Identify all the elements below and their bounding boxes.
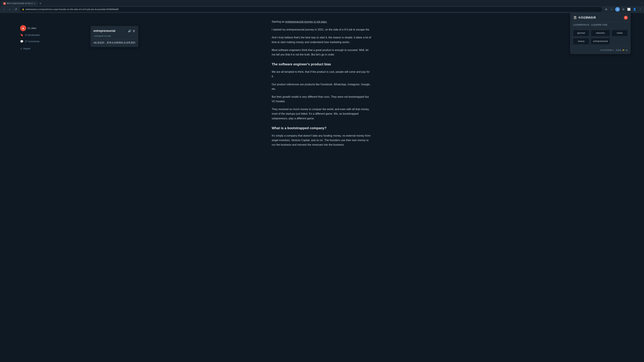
tooltip-word: entrepreneurial	[94, 28, 116, 33]
browser-chrome: IH Micro SaaS founder on the si ✕ + ⋮ ‹ …	[0, 0, 644, 13]
tooltip-divider	[94, 39, 135, 39]
delete-word-button[interactable]: 🗑	[133, 29, 135, 33]
extensions-button[interactable]: ⧉	[621, 7, 626, 12]
new-tab-button[interactable]: +	[38, 1, 42, 5]
bookmark-icon: 🔖	[20, 33, 24, 37]
vocab-header: 📓 今日记录的生词 5	[570, 13, 630, 22]
paragraph-4: Most software engineers think that a gre…	[272, 48, 372, 57]
vocab-footer: 今日记录目标 6，去设定 ✨ ⚙	[570, 46, 630, 54]
vocab-word-entrepreneurial[interactable]: entrepreneurial	[591, 38, 610, 44]
like-count: 31 Likes	[28, 26, 36, 30]
paragraph-2: I started my entrepreneurial journey in …	[272, 27, 372, 32]
vocab-title: 今日记录的生词	[578, 15, 596, 19]
vocab-word-choke[interactable]: choke	[612, 30, 628, 36]
vocab-settings-button[interactable]: ⚙	[626, 48, 628, 52]
vocab-word-snazzy[interactable]: snazzy	[573, 38, 589, 44]
tab-close-button[interactable]: ✕	[34, 2, 36, 5]
vocab-panel: 📓 今日记录的生词 5 点击查看所有生词，以及使用复习功能 ignorant r…	[570, 13, 630, 54]
comments-button[interactable]: 💬 27 Comments	[20, 39, 40, 44]
vocab-footer-text: 今日记录目标 6，去设定 ✨	[600, 49, 624, 52]
vocab-count: 5	[624, 16, 628, 19]
paragraph-7: But their growth model is very different…	[272, 94, 372, 104]
bookmarks-label: 11 Bookmarks	[25, 33, 40, 37]
report-button[interactable]: ⚠ Report	[20, 47, 30, 50]
vocab-title-area: 📓 今日记录的生词	[573, 15, 596, 20]
tooltip-phonetic: /ˌɒntrəprəˈnɜːrɪəl/	[94, 34, 135, 38]
browser-actions: ⊕ ☆ S ⧉ ⬜ 👤 ⋮	[604, 7, 643, 12]
paragraph-9: It's simply a company that doesn't take …	[272, 133, 372, 147]
left-sidebar: ▲ 31 Likes 🔖 11 Bookmarks 💬 27 Comments …	[20, 25, 40, 50]
entrepreneurial-journey-link[interactable]: entrepreneurial journey is not easy.	[286, 20, 327, 23]
vocab-word-ignorant[interactable]: ignorant	[573, 30, 589, 36]
bookmarks-button[interactable]: 🔖 11 Bookmarks	[20, 32, 40, 37]
sidebar-toggle-button[interactable]: ⬜	[626, 7, 631, 12]
sound-button[interactable]: 🔊	[128, 29, 131, 33]
report-label: Report	[23, 47, 30, 50]
tooltip-header: entrepreneurial 🔊 🗑	[94, 28, 135, 33]
forward-button[interactable]: ›	[8, 7, 12, 12]
vocab-all-words-link[interactable]: 点击查看所有生词，以及使用复习功能	[570, 22, 630, 28]
heading-software-engineer: The software engineer's product bias	[272, 61, 372, 67]
bookmark-star-button[interactable]: ☆	[610, 7, 614, 12]
active-tab[interactable]: IH Micro SaaS founder on the si ✕	[1, 1, 38, 6]
comment-icon: 💬	[20, 40, 24, 43]
comments-label: 27 Comments	[25, 39, 40, 43]
tooltip-definition: adj.创业的，具有企业精神的;企业性质的	[94, 41, 135, 44]
like-icon: ▲	[20, 25, 26, 31]
vocab-link-text[interactable]: 点击查看所有生词，以及使用复习功能	[573, 24, 607, 26]
translate-button[interactable]: ⊕	[604, 7, 608, 12]
main-content: Starting an entrepreneurial journey is n…	[272, 19, 372, 150]
word-tooltip: entrepreneurial 🔊 🗑 /ˌɒntrəprəˈnɜːrɪəl/ …	[90, 26, 138, 47]
reload-button[interactable]: ↺	[14, 7, 18, 12]
like-button[interactable]: ▲ 31 Likes	[20, 25, 36, 31]
menu-button[interactable]: ⋮	[638, 7, 643, 12]
heading-bootstrapped: What is a bootstrapped company?	[272, 125, 372, 131]
tab-favicon: IH	[3, 2, 6, 5]
tab-title: Micro SaaS founder on the si	[7, 2, 33, 5]
report-icon: ⚠	[20, 47, 22, 50]
account-button[interactable]: 👤	[632, 7, 637, 12]
address-bar-row: ‹ › ↺ 🔒 indiehackers.com/post/micro-saas…	[0, 6, 644, 13]
vocab-words-grid: ignorant reduction choke snazzy entrepre…	[570, 28, 630, 46]
vocab-icon: 📓	[573, 15, 577, 20]
url-text: indiehackers.com/post/micro-saas-founder…	[25, 8, 118, 11]
paragraph-6: Our product references are products like…	[272, 82, 372, 91]
profile-button[interactable]: S	[615, 7, 620, 12]
paragraph-5: We are all tempted to think, that if the…	[272, 69, 372, 79]
paragraph-8: They received so much money to conquer t…	[272, 107, 372, 121]
paragraph-1: Starting an entrepreneurial journey is n…	[272, 19, 372, 24]
tab-bar: IH Micro SaaS founder on the si ✕ + ⋮	[0, 0, 644, 6]
address-bar[interactable]: 🔒 indiehackers.com/post/micro-saas-found…	[20, 7, 602, 12]
tooltip-actions: 🔊 🗑	[128, 29, 135, 33]
vocab-word-reduction[interactable]: reduction	[591, 30, 610, 36]
window-controls[interactable]: ⋮	[641, 2, 643, 5]
paragraph-3: And I truly believe that's the best way …	[272, 35, 372, 44]
lock-icon: 🔒	[22, 8, 24, 11]
back-button[interactable]: ‹	[1, 7, 6, 12]
